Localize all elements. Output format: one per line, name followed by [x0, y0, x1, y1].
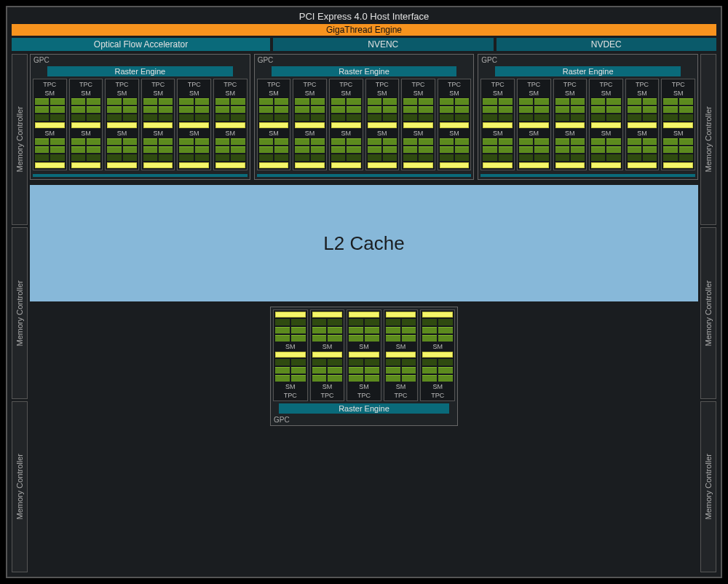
sm-label: SM — [259, 90, 289, 97]
sm-block: SM — [483, 130, 513, 168]
tpc: TPCSMSM — [589, 79, 623, 170]
sm-block: SM — [403, 130, 433, 168]
tpc: TPCSMSM — [293, 79, 327, 170]
memory-controller: Memory Controller — [700, 227, 716, 398]
sm-block: SM — [403, 90, 433, 128]
sm-label: SM — [663, 90, 693, 97]
sm-block: SM — [179, 90, 209, 128]
tpc-label: TPC — [35, 81, 65, 88]
tpc-label: TPC — [519, 81, 549, 88]
sm-block: SM — [215, 130, 245, 168]
tpc-label: TPC — [628, 81, 657, 88]
sm-label: SM — [422, 343, 453, 350]
l2-cache: L2 Cache — [30, 185, 698, 301]
tpc: SMSMTPC — [347, 309, 381, 401]
sm-label: SM — [591, 130, 621, 137]
sm-block: SM — [215, 90, 245, 128]
sm-block: SM — [295, 130, 325, 168]
sm-label: SM — [440, 130, 470, 137]
tpc-label: TPC — [275, 392, 306, 399]
sm-label: SM — [215, 130, 245, 137]
sm-block: SM — [368, 130, 397, 168]
sm-label: SM — [349, 383, 379, 390]
sm-block: SM — [312, 312, 343, 350]
sm-block: SM — [349, 352, 379, 390]
tpc: SMSMTPC — [420, 309, 455, 401]
top-gpc-row: GPCRaster EngineTPCSMSMTPCSMSMTPCSMSMTPC… — [30, 54, 698, 180]
raster-engine: Raster Engine — [279, 403, 449, 414]
sm-label: SM — [403, 90, 433, 97]
sm-block: SM — [259, 90, 289, 128]
tpc-label: TPC — [483, 81, 513, 88]
tpc-label: TPC — [179, 81, 209, 88]
memory-controllers-right: Memory Controller Memory Controller Memo… — [700, 54, 716, 572]
tpc: SMSMTPC — [310, 309, 345, 401]
sm-block: SM — [519, 130, 549, 168]
sm-block: SM — [483, 90, 513, 128]
tpc-label: TPC — [71, 81, 101, 88]
sm-label: SM — [275, 383, 306, 390]
sm-block: SM — [628, 90, 657, 128]
gigathread-engine: GigaThread Engine — [12, 24, 716, 36]
sm-label: SM — [312, 343, 343, 350]
sm-label: SM — [275, 343, 306, 350]
tpc-label: TPC — [331, 81, 361, 88]
gpc: GPCRaster EngineTPCSMSMTPCSMSMTPCSMSMTPC… — [478, 54, 698, 180]
sm-label: SM — [591, 90, 621, 97]
gpc-label: GPC — [33, 56, 248, 64]
sm-block: SM — [331, 130, 361, 168]
tpc-label: TPC — [440, 81, 470, 88]
nvdec-block: NVDEC — [496, 38, 716, 51]
sm-label: SM — [312, 383, 343, 390]
tpc: SMSMTPC — [384, 309, 419, 401]
sm-block: SM — [663, 130, 693, 168]
sm-block: SM — [422, 312, 453, 350]
sm-label: SM — [71, 130, 101, 137]
sm-label: SM — [663, 130, 693, 137]
sm-block: SM — [555, 130, 585, 168]
gpc: GPCRaster EngineTPCSMSMTPCSMSMTPCSMSMTPC… — [254, 54, 475, 180]
tpc: TPCSMSM — [257, 79, 291, 170]
bottom-gpc-wrap: SMSMTPCSMSMTPCSMSMTPCSMSMTPCSMSMTPCRaste… — [30, 307, 698, 572]
raster-engine: Raster Engine — [47, 66, 233, 76]
sm-label: SM — [555, 130, 585, 137]
sm-label: SM — [331, 90, 361, 97]
sm-block: SM — [386, 352, 416, 390]
sm-block: SM — [440, 90, 470, 128]
gpc: GPCRaster EngineTPCSMSMTPCSMSMTPCSMSMTPC… — [30, 54, 250, 180]
sm-block: SM — [259, 130, 289, 168]
raster-engine: Raster Engine — [495, 66, 681, 76]
tpc: TPCSMSM — [69, 79, 103, 170]
tpc-label: TPC — [663, 81, 693, 88]
tpc: TPCSMSM — [141, 79, 175, 170]
sm-label: SM — [259, 130, 289, 137]
sm-label: SM — [483, 130, 513, 137]
sm-label: SM — [107, 130, 137, 137]
sm-block: SM — [107, 130, 137, 168]
memory-controller: Memory Controller — [12, 54, 28, 225]
sm-label: SM — [403, 130, 433, 137]
sm-label: SM — [331, 130, 361, 137]
sm-block: SM — [35, 130, 65, 168]
memory-controller: Memory Controller — [12, 227, 28, 398]
sm-block: SM — [143, 130, 173, 168]
tpc: TPCSMSM — [480, 79, 515, 170]
sm-label: SM — [179, 130, 209, 137]
pci-interface-label: PCI Express 4.0 Host Interface — [9, 9, 719, 24]
sm-block: SM — [71, 90, 101, 128]
sm-label: SM — [35, 130, 65, 137]
sm-block: SM — [35, 90, 65, 128]
sm-block: SM — [422, 352, 453, 390]
nvenc-block: NVENC — [273, 38, 493, 51]
sm-block: SM — [275, 352, 306, 390]
sm-block: SM — [440, 130, 470, 168]
sm-block: SM — [143, 90, 173, 128]
sm-block: SM — [628, 130, 657, 168]
tpc: TPCSMSM — [661, 79, 695, 170]
sm-label: SM — [386, 383, 416, 390]
memory-controller: Memory Controller — [700, 401, 716, 572]
memory-controllers-left: Memory Controller Memory Controller Memo… — [12, 54, 28, 572]
sm-label: SM — [295, 90, 325, 97]
sm-block: SM — [591, 90, 621, 128]
gpu-block-diagram: PCI Express 4.0 Host Interface GigaThrea… — [6, 6, 722, 578]
